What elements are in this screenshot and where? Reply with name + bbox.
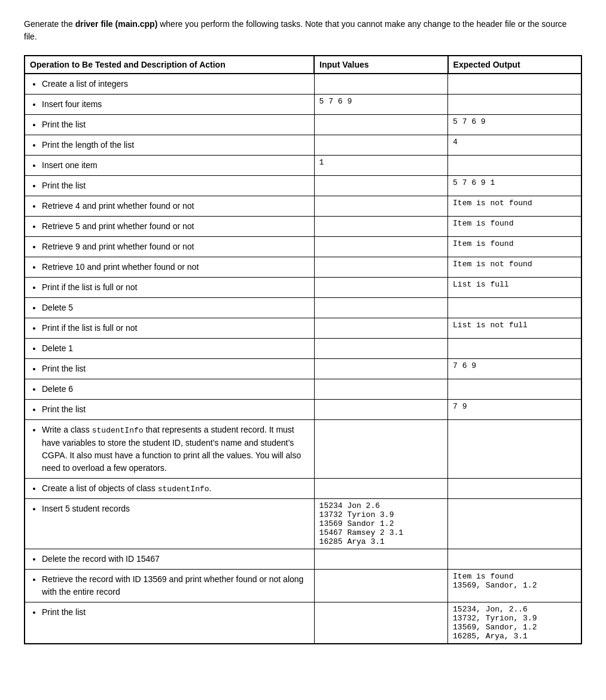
list-item: Retrieve 9 and print whether found or no… xyxy=(42,241,309,253)
output-cell: 7 9 xyxy=(448,400,581,420)
table-row: Print if the list is full or notList is … xyxy=(25,278,581,298)
list-item: Print the list xyxy=(42,179,309,192)
output-cell: Item is not found xyxy=(448,196,581,217)
output-cell: Item is found xyxy=(448,237,581,257)
list-item: Print the list xyxy=(42,363,309,375)
input-cell xyxy=(314,420,447,479)
input-cell: 1 xyxy=(314,156,447,176)
input-cell xyxy=(314,570,447,602)
input-cell xyxy=(314,176,447,196)
output-cell xyxy=(448,339,581,359)
table-row: Retrieve the record with ID 13569 and pr… xyxy=(25,570,581,602)
input-cell xyxy=(314,278,447,298)
input-cell xyxy=(314,602,447,644)
list-item: Insert one item xyxy=(42,159,309,172)
op-cell: Insert 5 student records xyxy=(25,499,314,549)
table-row: Print the list7 6 9 xyxy=(25,359,581,379)
table-row: Delete the record with ID 15467 xyxy=(25,549,581,570)
op-cell: Retrieve 9 and print whether found or no… xyxy=(25,237,314,257)
op-cell: Print the list xyxy=(25,176,314,196)
input-cell: 5 7 6 9 xyxy=(314,95,447,115)
main-table: Operation to Be Tested and Description o… xyxy=(24,55,582,644)
table-row: Retrieve 9 and print whether found or no… xyxy=(25,237,581,257)
table-row: Insert 5 student records15234 Jon 2.6 13… xyxy=(25,499,581,549)
op-cell: Print the list xyxy=(25,359,314,379)
output-cell: 4 xyxy=(448,135,581,156)
output-cell: Item is not found xyxy=(448,257,581,278)
output-cell xyxy=(448,420,581,479)
table-row: Print the list15234, Jon, 2..6 13732, Ty… xyxy=(25,602,581,644)
output-cell xyxy=(448,156,581,176)
output-cell: 7 6 9 xyxy=(448,359,581,379)
input-cell xyxy=(314,237,447,257)
input-cell xyxy=(314,217,447,237)
list-item: Insert 5 student records xyxy=(42,503,309,515)
list-item: Delete 1 xyxy=(42,342,309,355)
op-cell: Delete 5 xyxy=(25,298,314,318)
op-cell: Write a class studentInfo that represent… xyxy=(25,420,314,479)
output-cell: Item is found 13569, Sandor, 1.2 xyxy=(448,570,581,602)
table-row: Delete 5 xyxy=(25,298,581,318)
list-item: Retrieve 10 and print whether found or n… xyxy=(42,261,309,273)
list-item: Retrieve the record with ID 13569 and pr… xyxy=(42,573,309,598)
table-row: Create a list of objects of class studen… xyxy=(25,478,581,499)
list-item: Retrieve 5 and print whether found or no… xyxy=(42,220,309,233)
input-cell xyxy=(314,359,447,379)
list-item: Insert four items xyxy=(42,98,309,111)
table-row: Write a class studentInfo that represent… xyxy=(25,420,581,479)
op-cell: Create a list of integers xyxy=(25,74,314,95)
list-item: Delete 6 xyxy=(42,383,309,395)
op-cell: Insert one item xyxy=(25,156,314,176)
header-output: Expected Output xyxy=(448,56,581,74)
table-row: Print if the list is full or notList is … xyxy=(25,318,581,339)
input-cell xyxy=(314,115,447,135)
op-cell: Print if the list is full or not xyxy=(25,318,314,339)
output-cell: 15234, Jon, 2..6 13732, Tyrion, 3.9 1356… xyxy=(448,602,581,644)
header-op: Operation to Be Tested and Description o… xyxy=(25,56,314,74)
output-cell xyxy=(448,478,581,499)
intro-text: Generate the driver file (main.cpp) wher… xyxy=(24,18,582,43)
output-cell: Item is found xyxy=(448,217,581,237)
op-cell: Print the length of the list xyxy=(25,135,314,156)
table-header-row: Operation to Be Tested and Description o… xyxy=(25,56,581,74)
input-cell xyxy=(314,298,447,318)
table-row: Print the length of the list4 xyxy=(25,135,581,156)
table-row: Delete 1 xyxy=(25,339,581,359)
table-row: Delete 6 xyxy=(25,379,581,400)
input-cell xyxy=(314,257,447,278)
list-item: Write a class studentInfo that represent… xyxy=(42,424,309,474)
list-item: Print if the list is full or not xyxy=(42,322,309,334)
list-item: Print the list xyxy=(42,118,309,131)
input-cell xyxy=(314,478,447,499)
op-cell: Print the list xyxy=(25,115,314,135)
list-item: Print if the list is full or not xyxy=(42,281,309,294)
input-cell xyxy=(314,549,447,570)
op-cell: Print the list xyxy=(25,400,314,420)
output-cell xyxy=(448,549,581,570)
output-cell xyxy=(448,298,581,318)
op-cell: Retrieve 5 and print whether found or no… xyxy=(25,217,314,237)
op-cell: Print the list xyxy=(25,602,314,644)
output-cell xyxy=(448,499,581,549)
header-input: Input Values xyxy=(314,56,447,74)
table-row: Retrieve 5 and print whether found or no… xyxy=(25,217,581,237)
input-cell xyxy=(314,339,447,359)
list-item: Print the list xyxy=(42,606,309,619)
list-item: Delete the record with ID 15467 xyxy=(42,553,309,565)
op-cell: Create a list of objects of class studen… xyxy=(25,478,314,499)
input-cell: 15234 Jon 2.6 13732 Tyrion 3.9 13569 San… xyxy=(314,499,447,549)
table-row: Insert one item1 xyxy=(25,156,581,176)
input-cell xyxy=(314,74,447,95)
list-item: Delete 5 xyxy=(42,302,309,314)
output-cell: 5 7 6 9 xyxy=(448,115,581,135)
list-item: Print the list xyxy=(42,403,309,416)
output-cell: 5 7 6 9 1 xyxy=(448,176,581,196)
table-row: Create a list of integers xyxy=(25,74,581,95)
output-cell: List is not full xyxy=(448,318,581,339)
op-cell: Insert four items xyxy=(25,95,314,115)
input-cell xyxy=(314,135,447,156)
op-cell: Delete 1 xyxy=(25,339,314,359)
op-cell: Retrieve the record with ID 13569 and pr… xyxy=(25,570,314,602)
op-cell: Retrieve 4 and print whether found or no… xyxy=(25,196,314,217)
op-cell: Retrieve 10 and print whether found or n… xyxy=(25,257,314,278)
